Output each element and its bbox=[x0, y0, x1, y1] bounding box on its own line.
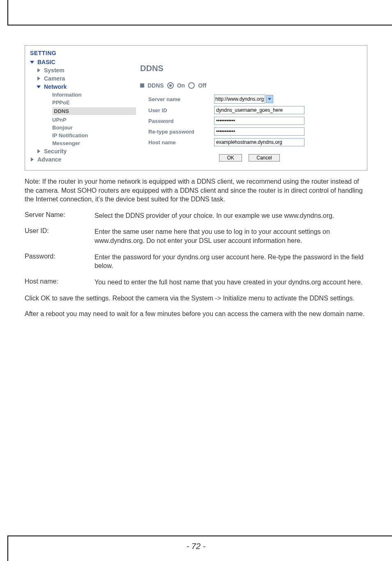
retype-password-input[interactable] bbox=[214, 127, 304, 136]
def-key-password: Password: bbox=[25, 253, 95, 270]
radio-on[interactable] bbox=[167, 82, 174, 89]
chevron-down-icon bbox=[268, 97, 271, 101]
page-title: DDNS bbox=[140, 64, 359, 73]
dropdown-button[interactable] bbox=[266, 95, 273, 103]
sidebar-item-camera[interactable]: Camera bbox=[36, 75, 136, 82]
sidebar-sub-ipnotification[interactable]: IP Notification bbox=[52, 132, 136, 139]
sidebar-sub-ddns[interactable]: DDNS bbox=[52, 107, 136, 115]
def-val-server-name: Select the DDNS provider of your choice.… bbox=[95, 211, 367, 220]
cancel-button[interactable]: Cancel bbox=[249, 154, 279, 162]
chevron-right-icon bbox=[36, 68, 42, 72]
chevron-down-icon bbox=[36, 85, 42, 88]
host-name-input[interactable] bbox=[214, 138, 304, 146]
main-panel: DDNS DDNS On Off Server name http://www.… bbox=[136, 46, 367, 170]
label-server-name: Server name bbox=[140, 96, 214, 102]
radio-on-label: On bbox=[177, 82, 185, 89]
note-paragraph: Note: If the router in your home network… bbox=[25, 177, 367, 204]
def-key-host-name: Host name: bbox=[25, 278, 95, 287]
def-val-user-id: Enter the same user name here that you u… bbox=[95, 227, 367, 245]
sidebar-sub-information[interactable]: Information bbox=[52, 92, 136, 98]
radio-off[interactable] bbox=[188, 82, 195, 89]
label-retype-password: Re-type password bbox=[140, 129, 214, 135]
sidebar-sub-upnp[interactable]: UPnP bbox=[52, 117, 136, 123]
sidebar-item-label: Advance bbox=[37, 156, 61, 163]
sidebar-item-label: Camera bbox=[44, 75, 65, 82]
def-key-server-name: Server Name: bbox=[25, 211, 95, 220]
server-name-select[interactable]: http://www.dyndns.org bbox=[214, 95, 265, 104]
paragraph-reboot: After a reboot you may need to wait for … bbox=[25, 309, 367, 319]
sidebar-item-system[interactable]: System bbox=[36, 67, 136, 74]
chevron-down-icon bbox=[29, 61, 35, 64]
password-input[interactable] bbox=[214, 117, 304, 125]
chevron-right-icon bbox=[36, 76, 42, 81]
label-user-id: User ID bbox=[140, 107, 214, 113]
sidebar-label-basic: BASIC bbox=[37, 59, 55, 65]
sidebar-item-label: Security bbox=[44, 148, 67, 155]
ok-button[interactable]: OK bbox=[219, 154, 242, 162]
sidebar-item-security[interactable]: Security bbox=[36, 148, 136, 155]
sidebar-group-basic[interactable]: BASIC bbox=[29, 59, 136, 65]
sidebar-item-label: System bbox=[44, 67, 65, 74]
user-id-input[interactable] bbox=[214, 106, 304, 114]
sidebar-sub-messenger[interactable]: Messenger bbox=[52, 140, 136, 146]
sidebar-item-advance[interactable]: Advance bbox=[29, 156, 136, 163]
sidebar-item-network[interactable]: Network bbox=[36, 83, 136, 90]
label-host-name: Host name bbox=[140, 139, 214, 145]
sidebar-sub-pppoe[interactable]: PPPoE bbox=[52, 99, 136, 106]
def-val-host-name: You need to enter the full host name tha… bbox=[95, 278, 367, 287]
sidebar: SETTING BASIC System Camera Network bbox=[25, 46, 136, 170]
crop-mark-top bbox=[7, 0, 392, 25]
server-name-value: http://www.dyndns.org bbox=[215, 96, 264, 102]
page-number: - 72 - bbox=[0, 542, 392, 551]
chevron-right-icon bbox=[36, 149, 42, 153]
def-val-password: Enter the password for your dyndns.org u… bbox=[95, 253, 367, 270]
settings-panel: SETTING BASIC System Camera Network bbox=[25, 45, 367, 171]
chevron-right-icon bbox=[29, 157, 35, 162]
sidebar-item-label: Network bbox=[44, 83, 67, 90]
ddns-toggle-row: DDNS On Off bbox=[140, 82, 359, 89]
sidebar-heading: SETTING bbox=[30, 50, 136, 56]
definitions: Server Name: Select the DDNS provider of… bbox=[25, 211, 367, 287]
svg-marker-0 bbox=[268, 98, 271, 100]
def-key-user-id: User ID: bbox=[25, 227, 95, 245]
paragraph-save: Click OK to save the settings. Reboot th… bbox=[25, 294, 367, 303]
sidebar-sub-bonjour[interactable]: Bonjour bbox=[52, 125, 136, 131]
radio-off-label: Off bbox=[198, 82, 206, 89]
square-icon bbox=[140, 83, 144, 88]
legend-label: DDNS bbox=[148, 82, 164, 89]
label-password: Password bbox=[140, 118, 214, 124]
